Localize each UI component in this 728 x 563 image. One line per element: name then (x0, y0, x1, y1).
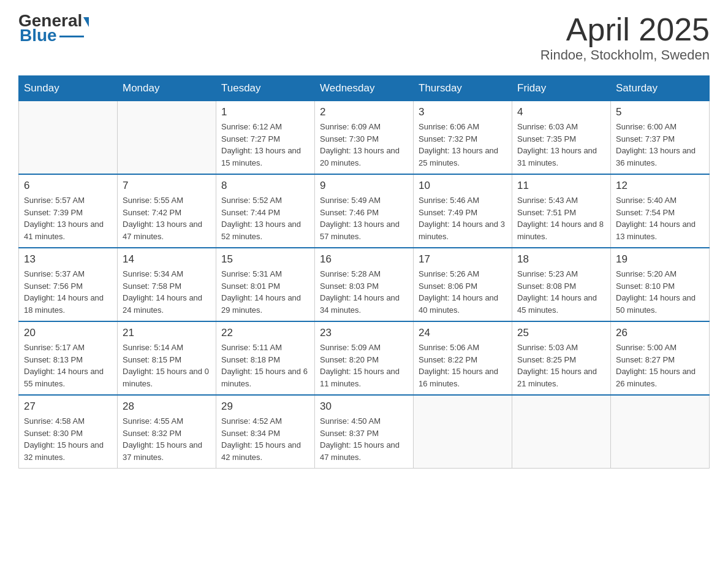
day-info: Sunrise: 5:14 AMSunset: 8:15 PMDaylight:… (123, 342, 211, 389)
calendar-cell: 20Sunrise: 5:17 AMSunset: 8:13 PMDayligh… (19, 321, 118, 395)
day-info: Sunrise: 5:55 AMSunset: 7:42 PMDaylight:… (123, 194, 211, 242)
day-number: 16 (320, 253, 408, 266)
day-number: 22 (221, 327, 309, 339)
week-row-4: 20Sunrise: 5:17 AMSunset: 8:13 PMDayligh… (19, 321, 710, 395)
day-number: 6 (24, 180, 112, 192)
day-number: 19 (616, 253, 704, 266)
day-info: Sunrise: 5:40 AMSunset: 7:54 PMDaylight:… (616, 194, 704, 242)
calendar-cell: 3Sunrise: 6:06 AMSunset: 7:32 PMDaylight… (414, 101, 512, 175)
day-number: 13 (24, 253, 112, 266)
day-number: 24 (419, 327, 507, 339)
day-number: 7 (123, 180, 211, 192)
day-info: Sunrise: 5:34 AMSunset: 7:58 PMDaylight:… (123, 268, 211, 316)
day-number: 8 (221, 180, 309, 192)
calendar-cell: 6Sunrise: 5:57 AMSunset: 7:39 PMDaylight… (19, 174, 118, 248)
day-info: Sunrise: 5:52 AMSunset: 7:44 PMDaylight:… (221, 194, 309, 242)
location-subtitle: Rindoe, Stockholm, Sweden (540, 47, 710, 63)
calendar-cell: 25Sunrise: 5:03 AMSunset: 8:25 PMDayligh… (512, 321, 611, 395)
day-info: Sunrise: 4:58 AMSunset: 8:30 PMDaylight:… (24, 415, 112, 463)
day-info: Sunrise: 5:09 AMSunset: 8:20 PMDaylight:… (320, 342, 408, 389)
calendar-cell: 24Sunrise: 5:06 AMSunset: 8:22 PMDayligh… (414, 321, 512, 395)
week-row-3: 13Sunrise: 5:37 AMSunset: 7:56 PMDayligh… (19, 248, 710, 321)
day-info: Sunrise: 6:09 AMSunset: 7:30 PMDaylight:… (320, 121, 408, 169)
day-info: Sunrise: 5:26 AMSunset: 8:06 PMDaylight:… (419, 268, 507, 316)
day-number: 26 (616, 327, 704, 339)
day-number: 4 (517, 106, 605, 118)
day-number: 30 (320, 400, 408, 413)
day-info: Sunrise: 5:06 AMSunset: 8:22 PMDaylight:… (419, 342, 507, 389)
header-monday: Monday (118, 76, 216, 101)
calendar-cell: 9Sunrise: 5:49 AMSunset: 7:46 PMDaylight… (315, 174, 414, 248)
calendar-cell: 18Sunrise: 5:23 AMSunset: 8:08 PMDayligh… (512, 248, 611, 321)
day-info: Sunrise: 5:43 AMSunset: 7:51 PMDaylight:… (517, 194, 605, 242)
day-number: 3 (419, 106, 507, 118)
calendar-cell: 23Sunrise: 5:09 AMSunset: 8:20 PMDayligh… (315, 321, 414, 395)
day-info: Sunrise: 4:55 AMSunset: 8:32 PMDaylight:… (123, 415, 211, 463)
calendar-cell: 11Sunrise: 5:43 AMSunset: 7:51 PMDayligh… (512, 174, 611, 248)
month-title: April 2025 (540, 12, 710, 47)
calendar-cell: 28Sunrise: 4:55 AMSunset: 8:32 PMDayligh… (118, 395, 216, 469)
calendar-cell: 15Sunrise: 5:31 AMSunset: 8:01 PMDayligh… (216, 248, 315, 321)
day-info: Sunrise: 5:20 AMSunset: 8:10 PMDaylight:… (616, 268, 704, 316)
calendar-cell (414, 395, 512, 469)
calendar-cell: 27Sunrise: 4:58 AMSunset: 8:30 PMDayligh… (19, 395, 118, 469)
day-info: Sunrise: 4:52 AMSunset: 8:34 PMDaylight:… (221, 415, 309, 463)
header-thursday: Thursday (414, 76, 512, 101)
calendar-cell: 19Sunrise: 5:20 AMSunset: 8:10 PMDayligh… (611, 248, 710, 321)
day-info: Sunrise: 6:00 AMSunset: 7:37 PMDaylight:… (616, 121, 704, 169)
calendar-cell: 21Sunrise: 5:14 AMSunset: 8:15 PMDayligh… (118, 321, 216, 395)
day-number: 21 (123, 327, 211, 339)
week-row-2: 6Sunrise: 5:57 AMSunset: 7:39 PMDaylight… (19, 174, 710, 248)
calendar-cell: 2Sunrise: 6:09 AMSunset: 7:30 PMDaylight… (315, 101, 414, 175)
day-info: Sunrise: 5:00 AMSunset: 8:27 PMDaylight:… (616, 342, 704, 389)
day-number: 15 (221, 253, 309, 266)
title-block: April 2025 Rindoe, Stockholm, Sweden (540, 12, 710, 63)
day-number: 10 (419, 180, 507, 192)
day-info: Sunrise: 5:17 AMSunset: 8:13 PMDaylight:… (24, 342, 112, 389)
calendar-cell: 26Sunrise: 5:00 AMSunset: 8:27 PMDayligh… (611, 321, 710, 395)
calendar-cell (512, 395, 611, 469)
day-number: 9 (320, 180, 408, 192)
day-number: 23 (320, 327, 408, 339)
day-number: 18 (517, 253, 605, 266)
day-number: 29 (221, 400, 309, 413)
day-info: Sunrise: 5:28 AMSunset: 8:03 PMDaylight:… (320, 268, 408, 316)
day-info: Sunrise: 5:11 AMSunset: 8:18 PMDaylight:… (221, 342, 309, 389)
day-info: Sunrise: 5:31 AMSunset: 8:01 PMDaylight:… (221, 268, 309, 316)
page-header: General Blue April 2025 Rindoe, Stockhol… (18, 12, 710, 63)
day-info: Sunrise: 5:49 AMSunset: 7:46 PMDaylight:… (320, 194, 408, 242)
day-info: Sunrise: 5:23 AMSunset: 8:08 PMDaylight:… (517, 268, 605, 316)
calendar-cell: 30Sunrise: 4:50 AMSunset: 8:37 PMDayligh… (315, 395, 414, 469)
header-sunday: Sunday (19, 76, 118, 101)
calendar-cell: 5Sunrise: 6:00 AMSunset: 7:37 PMDaylight… (611, 101, 710, 175)
calendar-cell: 14Sunrise: 5:34 AMSunset: 7:58 PMDayligh… (118, 248, 216, 321)
calendar-cell: 13Sunrise: 5:37 AMSunset: 7:56 PMDayligh… (19, 248, 118, 321)
calendar-cell: 4Sunrise: 6:03 AMSunset: 7:35 PMDaylight… (512, 101, 611, 175)
day-number: 20 (24, 327, 112, 339)
day-info: Sunrise: 5:37 AMSunset: 7:56 PMDaylight:… (24, 268, 112, 316)
header-friday: Friday (512, 76, 611, 101)
calendar-cell (611, 395, 710, 469)
day-info: Sunrise: 6:12 AMSunset: 7:27 PMDaylight:… (221, 121, 309, 169)
calendar-cell: 8Sunrise: 5:52 AMSunset: 7:44 PMDaylight… (216, 174, 315, 248)
week-row-5: 27Sunrise: 4:58 AMSunset: 8:30 PMDayligh… (19, 395, 710, 469)
calendar-header-row: SundayMondayTuesdayWednesdayThursdayFrid… (19, 76, 710, 101)
day-number: 12 (616, 180, 704, 192)
calendar-cell: 1Sunrise: 6:12 AMSunset: 7:27 PMDaylight… (216, 101, 315, 175)
calendar-cell (118, 101, 216, 175)
day-number: 25 (517, 327, 605, 339)
calendar-cell (19, 101, 118, 175)
day-number: 2 (320, 106, 408, 118)
day-number: 28 (123, 400, 211, 413)
header-saturday: Saturday (611, 76, 710, 101)
day-number: 5 (616, 106, 704, 118)
calendar-cell: 16Sunrise: 5:28 AMSunset: 8:03 PMDayligh… (315, 248, 414, 321)
header-tuesday: Tuesday (216, 76, 315, 101)
day-info: Sunrise: 5:57 AMSunset: 7:39 PMDaylight:… (24, 194, 112, 242)
day-number: 14 (123, 253, 211, 266)
header-wednesday: Wednesday (315, 76, 414, 101)
day-info: Sunrise: 6:03 AMSunset: 7:35 PMDaylight:… (517, 121, 605, 169)
calendar-cell: 12Sunrise: 5:40 AMSunset: 7:54 PMDayligh… (611, 174, 710, 248)
day-info: Sunrise: 4:50 AMSunset: 8:37 PMDaylight:… (320, 415, 408, 463)
calendar-table: SundayMondayTuesdayWednesdayThursdayFrid… (18, 75, 710, 469)
